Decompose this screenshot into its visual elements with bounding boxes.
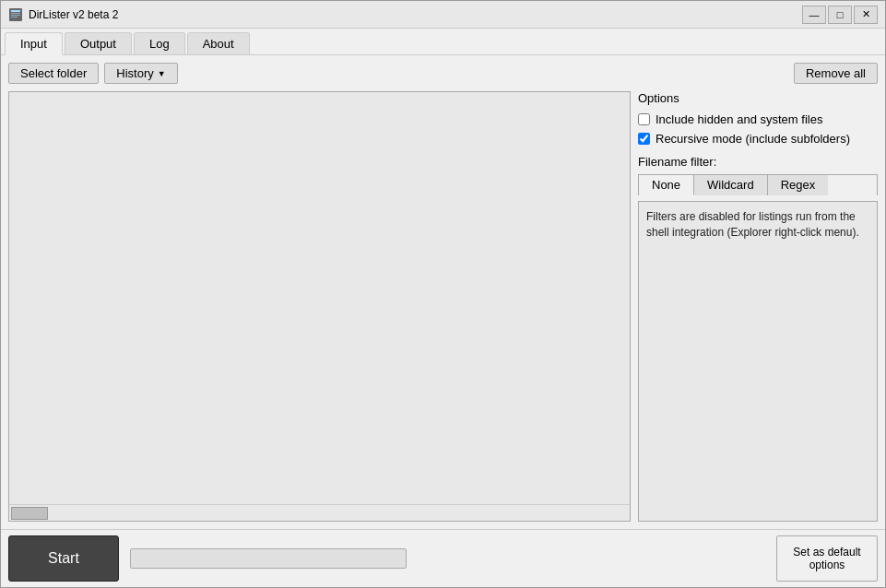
tab-about[interactable]: About	[187, 32, 250, 54]
tab-log[interactable]: Log	[134, 32, 185, 54]
filter-tabs: None Wildcard Regex	[638, 174, 878, 195]
main-panel: Options Include hidden and system files …	[8, 91, 878, 522]
recursive-label[interactable]: Recursive mode (include subfolders)	[656, 132, 850, 146]
filter-description: Filters are disabled for listings run fr…	[646, 210, 859, 239]
content-area: Select folder History ▼ Remove all Optio…	[1, 55, 885, 529]
history-chevron-icon: ▼	[158, 69, 166, 78]
toolbar: Select folder History ▼ Remove all	[8, 63, 878, 84]
window-title: DirLister v2 beta 2	[29, 8, 802, 21]
bottom-bar: Start Set as default options	[1, 529, 885, 587]
svg-rect-2	[11, 13, 20, 14]
window-controls: — □ ✕	[802, 6, 878, 24]
filter-tab-wildcard[interactable]: Wildcard	[694, 175, 768, 195]
filename-filter-label: Filename filter:	[638, 155, 878, 169]
tab-bar: Input Output Log About	[1, 29, 885, 55]
toolbar-right: Remove all	[794, 63, 878, 84]
filter-tab-none[interactable]: None	[639, 175, 694, 195]
hidden-files-label[interactable]: Include hidden and system files	[656, 112, 822, 126]
close-button[interactable]: ✕	[854, 6, 878, 24]
recursive-checkbox[interactable]	[638, 133, 650, 145]
scrollbar-thumb[interactable]	[11, 507, 48, 520]
main-window: DirLister v2 beta 2 — □ ✕ Input Output L…	[0, 0, 886, 588]
svg-rect-3	[11, 15, 20, 16]
app-icon	[8, 7, 23, 22]
title-bar: DirLister v2 beta 2 — □ ✕	[1, 1, 885, 29]
select-folder-button[interactable]: Select folder	[8, 63, 99, 84]
remove-all-button[interactable]: Remove all	[794, 63, 878, 84]
recursive-mode-row: Recursive mode (include subfolders)	[638, 132, 878, 146]
filter-content: Filters are disabled for listings run fr…	[638, 201, 878, 522]
history-button[interactable]: History ▼	[104, 63, 177, 84]
options-label: Options	[638, 91, 878, 105]
options-panel: Options Include hidden and system files …	[638, 91, 878, 522]
start-button[interactable]: Start	[8, 535, 119, 582]
hidden-files-checkbox[interactable]	[638, 113, 650, 125]
tab-output[interactable]: Output	[65, 32, 132, 54]
svg-rect-4	[11, 17, 18, 18]
file-list-content	[9, 92, 630, 504]
svg-rect-1	[11, 10, 20, 12]
file-list-area	[8, 91, 631, 522]
filter-tab-regex[interactable]: Regex	[768, 175, 829, 195]
maximize-button[interactable]: □	[828, 6, 852, 24]
horizontal-scrollbar[interactable]	[9, 504, 630, 521]
progress-bar-container	[130, 548, 407, 569]
hidden-files-row: Include hidden and system files	[638, 112, 878, 126]
default-options-button[interactable]: Set as default options	[776, 535, 878, 582]
tab-input[interactable]: Input	[5, 32, 63, 55]
minimize-button[interactable]: —	[802, 6, 826, 24]
